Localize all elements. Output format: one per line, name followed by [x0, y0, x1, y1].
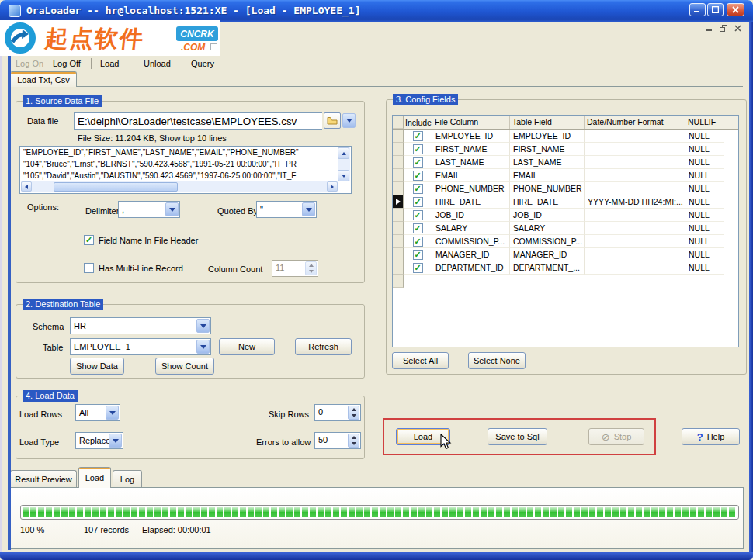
format-cell[interactable]	[585, 261, 685, 275]
skip-rows-spinner[interactable]: 0	[314, 404, 361, 421]
include-cell[interactable]: ✓	[404, 143, 432, 156]
nullif-cell[interactable]: NULL	[685, 169, 724, 182]
nullif-cell[interactable]: NULL	[685, 182, 724, 195]
include-cell[interactable]: ✓	[404, 169, 432, 182]
file-column-cell[interactable]: JOB_ID	[432, 209, 510, 222]
include-cell[interactable]: ✓	[404, 130, 432, 143]
tab-log[interactable]: Log	[113, 470, 142, 487]
table-field-cell[interactable]: DEPARTMENT_...	[510, 261, 585, 275]
format-cell[interactable]	[585, 248, 685, 261]
scroll-right-button[interactable]	[327, 181, 338, 192]
data-file-input[interactable]	[74, 112, 322, 130]
include-checkbox[interactable]: ✓	[413, 223, 423, 233]
table-dropdown-button[interactable]	[196, 340, 210, 354]
include-cell[interactable]: ✓	[404, 182, 432, 195]
quoted-by-select[interactable]: "	[256, 201, 317, 218]
config-grid-row[interactable]: ✓ FIRST_NAME FIRST_NAME NULL	[393, 143, 738, 156]
table-field-cell[interactable]: JOB_ID	[510, 209, 585, 222]
load-type-dropdown-button[interactable]	[109, 434, 122, 448]
schema-select[interactable]: HR	[70, 317, 211, 334]
toolbar-load[interactable]: Load	[100, 57, 119, 70]
toolbar-query[interactable]: Query	[191, 57, 214, 70]
quoted-by-dropdown-button[interactable]	[302, 202, 315, 216]
nullif-cell[interactable]: NULL	[685, 156, 724, 169]
mdi-restore-button[interactable]	[717, 23, 730, 33]
config-grid-row[interactable]: ✓ DEPARTMENT_ID DEPARTMENT_... NULL	[393, 261, 738, 275]
toolbar-log-off[interactable]: Log Off	[53, 57, 81, 70]
format-cell[interactable]	[585, 182, 685, 195]
data-file-dropdown-button[interactable]	[342, 113, 356, 128]
preview-horizontal-scrollbar[interactable]	[21, 181, 338, 192]
format-cell[interactable]	[585, 143, 685, 156]
nullif-cell[interactable]: NULL	[685, 209, 724, 222]
table-field-cell[interactable]: PHONE_NUMBER	[510, 182, 585, 195]
table-select[interactable]: EMPLOYEE_1	[70, 338, 211, 355]
load-type-select[interactable]: Replace	[75, 432, 123, 449]
titlebar[interactable]: OraLoader -- hr@localhost:1521:XE - [Loa…	[0, 0, 753, 22]
config-grid-row[interactable]: ✓ MANAGER_ID MANAGER_ID NULL	[393, 248, 738, 261]
horizontal-scroll-thumb[interactable]	[54, 182, 178, 192]
include-cell[interactable]: ✓	[404, 156, 432, 169]
nullif-cell[interactable]: NULL	[685, 222, 724, 235]
include-cell[interactable]: ✓	[404, 195, 432, 209]
config-grid-row[interactable]: ✓ SALARY SALARY NULL	[393, 222, 738, 235]
format-cell[interactable]	[585, 156, 685, 169]
tab-load[interactable]: Load	[78, 467, 111, 488]
config-grid-row[interactable]: ✓ JOB_ID JOB_ID NULL	[393, 209, 738, 222]
schema-dropdown-button[interactable]	[196, 319, 210, 333]
include-checkbox[interactable]: ✓	[413, 210, 423, 220]
show-data-button[interactable]: Show Data	[70, 358, 124, 375]
load-rows-dropdown-button[interactable]	[106, 406, 119, 420]
include-cell[interactable]: ✓	[404, 209, 432, 222]
format-cell[interactable]	[585, 169, 685, 182]
config-grid-row[interactable]: ✓ PHONE_NUMBER PHONE_NUMBER NULL	[393, 182, 738, 195]
table-field-cell[interactable]: MANAGER_ID	[510, 248, 585, 261]
errors-to-allow-spinner[interactable]: 50	[314, 432, 361, 449]
save-to-sql-button[interactable]: Save to Sql	[488, 428, 547, 445]
new-table-button[interactable]: New	[219, 338, 275, 355]
nullif-cell[interactable]: NULL	[685, 143, 724, 156]
table-field-cell[interactable]: EMPLOYEE_ID	[510, 130, 585, 143]
file-column-cell[interactable]: COMMISSION_P...	[432, 235, 510, 248]
format-cell[interactable]: YYYY-MM-DD HH24:MI:...	[585, 195, 685, 209]
include-checkbox[interactable]: ✓	[413, 184, 423, 194]
table-field-cell[interactable]: SALARY	[510, 222, 585, 235]
config-grid-row[interactable]: ✓ HIRE_DATE HIRE_DATE YYYY-MM-DD HH24:MI…	[393, 195, 738, 209]
include-checkbox[interactable]: ✓	[413, 131, 423, 141]
scroll-up-button[interactable]	[338, 147, 349, 159]
load-rows-select[interactable]: All	[75, 404, 120, 421]
file-column-cell[interactable]: EMAIL	[432, 169, 510, 182]
scroll-left-button[interactable]	[21, 181, 32, 192]
spinner-buttons[interactable]	[348, 434, 359, 448]
table-field-cell[interactable]: COMMISSION_P...	[510, 235, 585, 248]
file-column-cell[interactable]: SALARY	[432, 222, 510, 235]
multi-line-record-checkbox[interactable]	[84, 263, 94, 273]
include-checkbox[interactable]: ✓	[413, 237, 423, 247]
refresh-button[interactable]: Refresh	[295, 338, 352, 355]
include-checkbox[interactable]: ✓	[413, 144, 423, 154]
include-cell[interactable]: ✓	[404, 222, 432, 235]
scroll-down-button[interactable]	[338, 170, 349, 181]
include-checkbox[interactable]: ✓	[413, 263, 423, 273]
show-count-button[interactable]: Show Count	[155, 358, 214, 375]
file-column-cell[interactable]: HIRE_DATE	[432, 195, 510, 209]
mdi-close-button[interactable]	[731, 23, 744, 33]
preview-vertical-scrollbar[interactable]	[338, 147, 350, 181]
config-grid-row[interactable]: ✓ COMMISSION_P... COMMISSION_P... NULL	[393, 235, 738, 248]
select-none-button[interactable]: Select None	[468, 352, 526, 369]
include-checkbox[interactable]: ✓	[413, 171, 423, 181]
browse-file-button[interactable]	[324, 112, 341, 129]
delimiter-select[interactable]: ,	[118, 201, 180, 218]
format-cell[interactable]	[585, 209, 685, 222]
config-grid-row[interactable]: ✓ EMPLOYEE_ID EMPLOYEE_ID NULL	[393, 130, 738, 143]
table-field-cell[interactable]: LAST_NAME	[510, 156, 585, 169]
table-field-cell[interactable]: EMAIL	[510, 169, 585, 182]
file-column-cell[interactable]: PHONE_NUMBER	[432, 182, 510, 195]
field-name-header-checkbox[interactable]: ✓	[84, 235, 94, 245]
config-fields-grid[interactable]: Include File Column Table Field Date/Num…	[392, 115, 739, 347]
config-grid-row[interactable]: ✓ LAST_NAME LAST_NAME NULL	[393, 156, 738, 169]
include-checkbox[interactable]: ✓	[413, 197, 423, 207]
minimize-button[interactable]	[689, 3, 706, 16]
nullif-cell[interactable]: NULL	[685, 195, 724, 209]
nullif-cell[interactable]: NULL	[685, 248, 724, 261]
